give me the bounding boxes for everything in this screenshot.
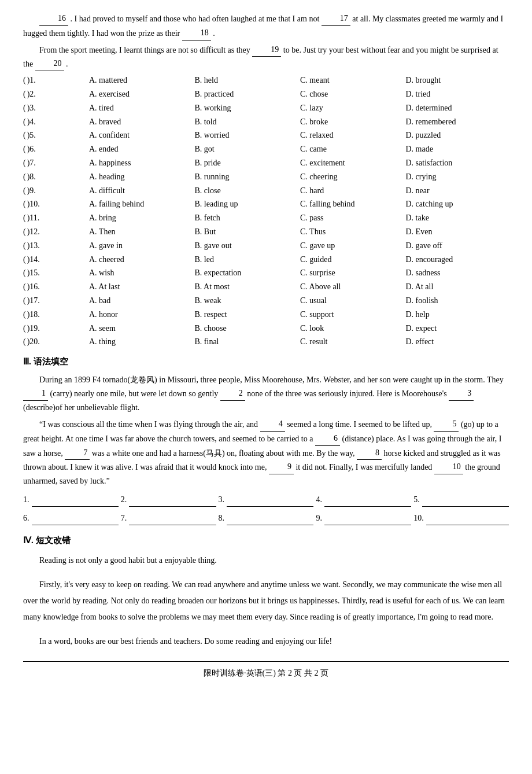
choice-D-16: D. At all xyxy=(404,280,509,294)
choice-D-11: D. take xyxy=(404,211,509,225)
choice-D-19: D. expect xyxy=(404,322,509,336)
g-blank-2: 2 xyxy=(220,386,245,401)
choice-B-4: B. told xyxy=(193,115,298,129)
g-blank-5: 5 xyxy=(434,417,459,432)
footer-text: 限时训练卷·英语(三) 第 2 页 共 2 页 xyxy=(204,669,328,677)
choice-row-5: ()5.A. confidentB. worriedC. relaxedD. p… xyxy=(23,128,509,142)
choice-D-18: D. help xyxy=(404,308,509,322)
choice-C-5: C. relaxed xyxy=(298,128,404,142)
choice-row-12: ()12.A. ThenB. ButC. ThusD. Even xyxy=(23,225,509,239)
choice-row-7: ()7.A. happinessB. prideC. excitementD. … xyxy=(23,156,509,170)
fill-item-7: 7. xyxy=(121,511,216,525)
choice-B-3: B. working xyxy=(193,101,298,115)
choice-D-13: D. gave off xyxy=(404,239,509,253)
choice-C-16: C. Above all xyxy=(298,280,404,294)
grammar-para-2: “I was conscious all the time when I was… xyxy=(23,417,509,488)
choice-row-10: ()10.A. failing behindB. leading upC. fa… xyxy=(23,197,509,211)
choice-row-8: ()8.A. headingB. runningC. cheeringD. cr… xyxy=(23,170,509,184)
choice-row-13: ()13.A. gave inB. gave outC. gave upD. g… xyxy=(23,239,509,253)
fill-item-6: 6. xyxy=(23,511,119,525)
choice-C-10: C. falling behind xyxy=(298,197,404,211)
fill-blanks-grid: 1.2.3.4.5.6.7.8.9.10. xyxy=(23,493,509,525)
choice-C-17: C. usual xyxy=(298,294,404,308)
choice-D-20: D. effect xyxy=(404,335,509,349)
choice-A-17: A. bad xyxy=(87,294,193,308)
choice-C-14: C. guided xyxy=(298,253,404,267)
section-3: Ⅲ. 语法填空 During an 1899 F4 tornado(龙卷风) i… xyxy=(23,355,509,525)
choice-C-2: C. chose xyxy=(298,87,404,101)
section-3-header: Ⅲ. 语法填空 xyxy=(23,355,509,370)
choice-row-16: ()16.A. At lastB. At mostC. Above allD. … xyxy=(23,280,509,294)
fill-item-4: 4. xyxy=(316,493,411,507)
choice-row-19: ()19.A. seemB. chooseC. lookD. expect xyxy=(23,322,509,336)
fill-item-10: 10. xyxy=(413,511,509,525)
essay-para-2: Firstly, it's very easy to keep on readi… xyxy=(23,577,509,625)
choice-A-2: A. exercised xyxy=(87,87,193,101)
choice-A-7: A. happiness xyxy=(87,156,193,170)
choice-C-20: C. result xyxy=(298,335,404,349)
choice-B-17: B. weak xyxy=(193,294,298,308)
choice-D-6: D. made xyxy=(404,142,509,156)
choice-B-12: B. But xyxy=(193,225,298,239)
choice-A-14: A. cheered xyxy=(87,253,193,267)
choice-A-3: A. tired xyxy=(87,101,193,115)
choice-B-6: B. got xyxy=(193,142,298,156)
choice-A-15: A. wish xyxy=(87,266,193,280)
blank-17: 17 xyxy=(322,12,350,26)
fill-item-8: 8. xyxy=(219,511,314,525)
choice-row-11: ()11.A. bringB. fetchC. passD. take xyxy=(23,211,509,225)
choice-C-9: C. hard xyxy=(298,184,404,198)
choice-B-15: B. expectation xyxy=(193,266,298,280)
g-blank-3: 3 xyxy=(449,386,474,401)
choice-C-18: C. support xyxy=(298,308,404,322)
choice-B-18: B. respect xyxy=(193,308,298,322)
choice-B-16: B. At most xyxy=(193,280,298,294)
choice-D-12: D. Even xyxy=(404,225,509,239)
choice-C-7: C. excitement xyxy=(298,156,404,170)
section-4-header: Ⅳ. 短文改错 xyxy=(23,533,509,548)
page-content: 16 . I had proved to myself and those wh… xyxy=(23,12,509,71)
choice-C-15: C. surprise xyxy=(298,266,404,280)
section-4: Ⅳ. 短文改错 Reading is not only a good habit… xyxy=(23,533,509,650)
choice-D-3: D. determined xyxy=(404,101,509,115)
blank-18: 18 xyxy=(182,26,211,40)
choice-row-6: ()6.A. endedB. gotC. cameD. made xyxy=(23,142,509,156)
choice-A-5: A. confident xyxy=(87,128,193,142)
fill-item-9: 9. xyxy=(316,511,411,525)
choice-B-19: B. choose xyxy=(193,322,298,336)
intro-para-2: From the sport meeting, I learnt things … xyxy=(23,43,509,72)
choice-D-1: D. brought xyxy=(404,73,509,87)
choice-A-4: A. braved xyxy=(87,115,193,129)
blank-20: 20 xyxy=(35,57,64,71)
choice-A-1: A. mattered xyxy=(87,73,193,87)
essay-para-1: Reading is not only a good habit but a e… xyxy=(23,552,509,569)
choice-D-8: D. crying xyxy=(404,170,509,184)
choice-row-1: ()1.A. matteredB. heldC. meantD. brought xyxy=(23,73,509,87)
choice-row-15: ()15.A. wishB. expectationC. surpriseD. … xyxy=(23,266,509,280)
choice-A-18: A. honor xyxy=(87,308,193,322)
choice-row-20: ()20.A. thingB. finalC. resultD. effect xyxy=(23,335,509,349)
choice-C-8: C. cheering xyxy=(298,170,404,184)
choice-D-17: D. foolish xyxy=(404,294,509,308)
choice-row-18: ()18.A. honorB. respectC. supportD. help xyxy=(23,308,509,322)
choice-B-9: B. close xyxy=(193,184,298,198)
choice-B-1: B. held xyxy=(193,73,298,87)
choice-C-12: C. Thus xyxy=(298,225,404,239)
choice-B-8: B. running xyxy=(193,170,298,184)
choice-A-13: A. gave in xyxy=(87,239,193,253)
g-blank-9: 9 xyxy=(269,460,294,474)
grammar-para-1: During an 1899 F4 tornado(龙卷风) in Missou… xyxy=(23,373,509,415)
choice-C-3: C. lazy xyxy=(298,101,404,115)
choice-A-20: A. thing xyxy=(87,335,193,349)
choice-D-15: D. sadness xyxy=(404,266,509,280)
choice-A-6: A. ended xyxy=(87,142,193,156)
choice-A-10: A. failing behind xyxy=(87,197,193,211)
choices-container: ()1.A. matteredB. heldC. meantD. brought… xyxy=(23,73,509,349)
choice-A-11: A. bring xyxy=(87,211,193,225)
choice-row-14: ()14.A. cheeredB. ledC. guidedD. encoura… xyxy=(23,253,509,267)
choice-B-2: B. practiced xyxy=(193,87,298,101)
blank-19: 19 xyxy=(252,43,281,57)
choice-row-2: ()2.A. exercisedB. practicedC. choseD. t… xyxy=(23,87,509,101)
g-blank-4: 4 xyxy=(260,417,285,432)
choice-D-7: D. satisfaction xyxy=(404,156,509,170)
